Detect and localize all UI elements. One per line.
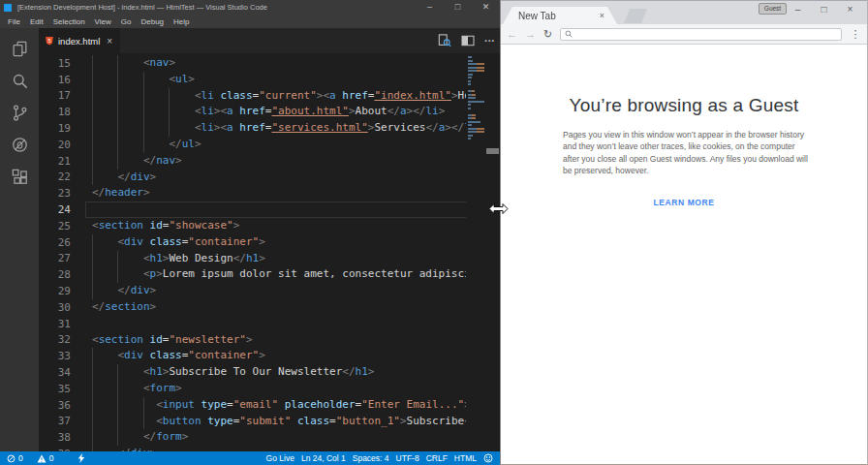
line-text: </form> (85, 429, 500, 446)
line-text: <div class="container"> (85, 234, 500, 251)
address-bar[interactable] (560, 28, 842, 41)
search-icon[interactable] (0, 65, 39, 97)
browser-tab-close-icon[interactable]: × (600, 11, 604, 20)
editor-tabs-bar: 5 index.html × (39, 28, 500, 53)
menu-help[interactable]: Help (169, 17, 194, 26)
split-editor-icon[interactable] (461, 35, 475, 46)
code-line[interactable]: 29</div> (39, 283, 500, 299)
browser-close-button[interactable]: × (837, 1, 863, 17)
learn-more-link[interactable]: LEARN MORE (653, 198, 714, 207)
menu-debug[interactable]: Debug (136, 17, 169, 26)
editor-scrollbar-thumb[interactable] (486, 148, 499, 154)
minimap-line (468, 104, 471, 106)
minimap-line (468, 80, 471, 82)
code-line[interactable]: 22</div> (39, 170, 500, 186)
line-number: 25 (39, 220, 71, 232)
code-line[interactable]: 27<h1>Web Design</h1> (39, 251, 500, 267)
vscode-close-button[interactable]: ✕ (472, 0, 500, 15)
explorer-icon[interactable] (0, 33, 39, 65)
extensions-icon[interactable] (0, 161, 39, 193)
errors-icon[interactable] (7, 454, 16, 463)
line-number: 29 (39, 285, 71, 297)
menu-edit[interactable]: Edit (25, 17, 48, 26)
language-mode[interactable]: HTML (454, 453, 477, 463)
vscode-window-title: [Extension Development Host] - index.htm… (17, 3, 267, 12)
minimap-line (468, 70, 484, 72)
indentation-setting[interactable]: Spaces: 4 (353, 453, 389, 463)
new-tab-button[interactable] (624, 9, 647, 23)
menu-go[interactable]: Go (116, 17, 137, 26)
vscode-logo-icon (4, 4, 12, 12)
refresh-button[interactable]: ↻ (543, 29, 552, 40)
minimap-line (468, 135, 473, 137)
warnings-count[interactable]: 0 (49, 453, 54, 463)
errors-count[interactable]: 0 (18, 453, 23, 463)
cursor-position[interactable]: Ln 24, Col 1 (301, 453, 346, 463)
line-number: 38 (39, 431, 71, 444)
editor-group: 5 index.html × (39, 28, 500, 451)
tab-index-html[interactable]: 5 index.html × (39, 28, 120, 53)
open-preview-icon[interactable] (438, 34, 451, 47)
code-line[interactable]: 18<li><a href="about.html">About</a></li… (39, 104, 500, 120)
code-line[interactable]: 34<h1>Subscribe To Our Newsletter</h1> (39, 364, 500, 381)
vscode-minimize-button[interactable]: – (416, 0, 444, 15)
code-line[interactable]: 30</section> (39, 299, 500, 316)
line-text: <p>Lorem ipsum dolor sit amet, consectet… (85, 266, 500, 283)
tab-close-icon[interactable]: × (107, 36, 112, 46)
code-line[interactable]: 36<input type="email" placeholder="Enter… (39, 397, 500, 414)
warnings-icon[interactable] (37, 454, 46, 463)
code-line[interactable]: 32<section id="newsletter"> (39, 332, 500, 349)
code-line[interactable]: 33<div class="container"> (39, 348, 500, 364)
code-line[interactable]: 26<div class="container"> (39, 234, 500, 251)
go-live-button[interactable]: Go Live (266, 453, 294, 463)
guest-profile-badge[interactable]: Guest (759, 3, 787, 15)
code-line[interactable]: 25<section id="showcase"> (39, 218, 500, 234)
line-number: 16 (39, 74, 71, 86)
minimap-line (468, 56, 472, 58)
line-number: 33 (39, 350, 71, 362)
line-text: <div class="container"> (85, 348, 500, 364)
code-line[interactable]: 16<ul> (39, 72, 500, 88)
code-line[interactable]: 38</form> (39, 429, 500, 446)
back-button[interactable]: ← (507, 29, 517, 40)
minimap-line (468, 131, 484, 133)
code-line[interactable]: 17<li class="current"><a href="index.htm… (39, 88, 500, 105)
code-line[interactable]: 21</nav> (39, 153, 500, 170)
menu-view[interactable]: View (90, 17, 116, 26)
line-number: 35 (39, 383, 71, 395)
browser-menu-icon[interactable]: ⋮ (850, 28, 861, 41)
code-line[interactable]: 15<nav> (39, 55, 500, 72)
minimap[interactable] (468, 56, 485, 141)
browser-minimize-button[interactable]: – (785, 1, 811, 17)
line-text: <input type="email" placeholder="Enter E… (85, 397, 500, 414)
vscode-maximize-button[interactable]: □ (444, 0, 472, 15)
lightning-bolt-icon[interactable] (78, 453, 85, 463)
menu-selection[interactable]: Selection (48, 17, 90, 26)
code-line[interactable]: 20</ul> (39, 137, 500, 153)
code-line[interactable]: 24 (39, 202, 500, 218)
browser-maximize-button[interactable]: □ (811, 1, 837, 17)
line-text: <h1>Subscribe To Our Newsletter</h1> (85, 364, 500, 381)
forward-button[interactable]: → (525, 29, 536, 40)
code-line[interactable]: 31 (39, 316, 500, 332)
line-number: 23 (39, 187, 71, 200)
source-control-icon[interactable] (0, 97, 39, 129)
eol-setting[interactable]: CRLF (426, 453, 448, 463)
more-actions-icon[interactable]: ··· (484, 35, 495, 46)
menu-file[interactable]: File (3, 17, 25, 26)
code-editor[interactable]: 15<nav>16<ul>17<li class="current"><a hr… (39, 53, 500, 451)
encoding-setting[interactable]: UTF-8 (396, 453, 419, 463)
code-line[interactable]: 37<button type="submit" class="button_1"… (39, 414, 500, 430)
line-text: <li class="current"><a href="index.html"… (85, 88, 500, 105)
minimap-line (468, 60, 473, 62)
code-line[interactable]: 28<p>Lorem ipsum dolor sit amet, consect… (39, 266, 500, 283)
feedback-smiley-icon[interactable] (483, 453, 493, 463)
code-line[interactable]: 19<li><a href="services.html">Services</… (39, 120, 500, 137)
minimap-line (468, 114, 476, 116)
minimap-line (468, 97, 476, 99)
line-number: 15 (39, 57, 71, 70)
code-line[interactable]: 35<form> (39, 381, 500, 397)
debug-icon[interactable] (0, 129, 39, 161)
code-line[interactable]: 23</header> (39, 185, 500, 202)
browser-tab-new-tab[interactable]: New Tab × (503, 7, 617, 24)
